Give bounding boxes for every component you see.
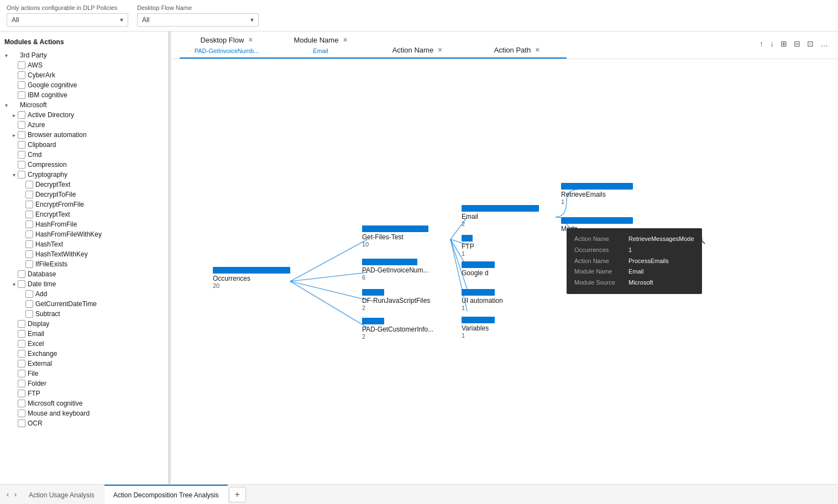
checkbox-getcurrentdatetime[interactable] [25,300,33,308]
sidebar-item-file[interactable]: File [0,369,168,379]
sidebar-item-cyberark[interactable]: CyberArk [0,70,168,80]
checkbox-datetime[interactable] [18,280,25,288]
checkbox-decrypttofile[interactable] [25,191,33,198]
sidebar-item-subtract[interactable]: Subtract [0,309,168,319]
sidebar-item-googlecog[interactable]: Google cognitive [0,80,168,90]
sidebar-item-cmd[interactable]: Cmd [0,150,168,160]
sidebar-item-encryptfromfile[interactable]: EncryptFromFile [0,200,168,209]
sidebar-item-ocr[interactable]: OCR [0,418,168,428]
sidebar-item-hashtextwithkey[interactable]: HashTextWithKey [0,249,168,259]
checkbox-compression[interactable] [18,161,25,169]
sidebar-item-exchange[interactable]: Exchange [0,349,168,359]
sidebar-item-email[interactable]: Email [0,329,168,339]
sidebar-item-folder[interactable]: Folder [0,379,168,389]
sidebar-item-mousekb[interactable]: Mouse and keyboard [0,408,168,418]
sidebar-item-iffileexists[interactable]: IfFileExists [0,259,168,269]
checkbox-decrypttext[interactable] [25,181,33,188]
checkbox-email[interactable] [18,330,25,338]
sidebar-item-azure[interactable]: Azure [0,120,168,130]
filter-icon[interactable]: ⊟ [793,38,802,49]
sidebar-item-encrypttext[interactable]: EncryptText [0,209,168,219]
checkbox-browserauto[interactable] [18,131,25,139]
checkbox-crypto[interactable] [18,171,25,179]
sort-asc-icon[interactable]: ↑ [758,38,764,49]
checkbox-iffileexists[interactable] [25,260,33,268]
sidebar-item-ftp[interactable]: FTP [0,389,168,398]
col-close-btn-0[interactable]: × [248,35,253,44]
sidebar-item-crypto[interactable]: ▾Cryptography [0,170,168,180]
checkbox-display[interactable] [18,320,25,328]
expand-icon[interactable]: ⊞ [779,38,788,49]
checkbox-ocr[interactable] [18,419,25,427]
checkbox-database[interactable] [18,270,25,278]
sidebar-item-compression[interactable]: Compression [0,160,168,170]
viz-canvas[interactable]: Occurrences 20 Get-Files-Test 10 PAD-Get… [171,59,838,484]
sidebar-item-aws[interactable]: AWS [0,60,168,70]
sidebar-item-3rdparty[interactable]: ▾3rd Party [0,50,168,60]
col-close-btn-1[interactable]: × [343,35,347,44]
filter-label-flow: Desktop Flow Name [137,4,259,11]
tab-prev-arrow[interactable]: ‹ [4,491,11,498]
sidebar-item-external[interactable]: External [0,359,168,369]
col-close-btn-2[interactable]: × [438,45,442,54]
checkbox-cyberark[interactable] [18,71,25,79]
checkbox-file[interactable] [18,370,25,377]
sidebar-item-getcurrentdatetime[interactable]: GetCurrentDateTime [0,299,168,309]
sidebar-item-ibmcog[interactable]: IBM cognitive [0,90,168,100]
more-icon[interactable]: … [819,38,829,49]
tab-action-decomp[interactable]: Action Decomposition Tree Analysis [104,485,228,504]
sidebar-item-hashfromfile[interactable]: HashFromFile [0,219,168,229]
module-ui-bar [462,289,495,296]
checkbox-activedir[interactable] [18,111,25,119]
checkbox-encryptfromfile[interactable] [25,201,33,208]
sidebar-label-getcurrentdatetime: GetCurrentDateTime [35,300,97,308]
chart-toolbar: ↑ ↓ ⊞ ⊟ ⊡ … [758,38,829,49]
checkbox-ftp[interactable] [18,390,25,397]
checkbox-msftcog[interactable] [18,400,25,407]
checkbox-exchange[interactable] [18,350,25,358]
checkbox-googlecog[interactable] [18,81,25,89]
filter-bar: Only actions configurable in DLP Policie… [0,0,838,32]
sidebar-item-display[interactable]: Display [0,319,168,329]
checkbox-folder[interactable] [18,380,25,387]
sidebar-item-excel[interactable]: Excel [0,339,168,349]
add-tab-button[interactable]: + [229,487,246,502]
sort-desc-icon[interactable]: ↓ [769,38,775,49]
filter-dropdown-flow[interactable]: All ▾ [137,13,259,27]
export-icon[interactable]: ⊡ [806,38,815,49]
module-ui-count: 1 [462,305,503,311]
sidebar-item-hashfromfilekey[interactable]: HashFromFileWithKey [0,229,168,239]
checkbox-aws[interactable] [18,61,25,69]
sidebar-item-activedir[interactable]: ▸Active Directory [0,110,168,120]
checkbox-external[interactable] [18,360,25,368]
tab-action-usage[interactable]: Action Usage Analysis [20,485,103,504]
col-close-btn-3[interactable]: × [535,45,540,54]
sidebar-item-decrypttext[interactable]: DecryptText [0,180,168,190]
checkbox-hashtext[interactable] [25,240,33,248]
sidebar-item-msftcog[interactable]: Microsoft cognitive [0,398,168,408]
checkbox-encrypttext[interactable] [25,211,33,218]
checkbox-hashfromfile[interactable] [25,221,33,228]
sidebar-item-hashtext[interactable]: HashText [0,239,168,249]
col-label-1: Module Name [294,36,338,44]
sidebar-item-add[interactable]: Add [0,289,168,299]
checkbox-clipboard[interactable] [18,141,25,149]
checkbox-azure[interactable] [18,121,25,129]
sidebar-item-decrypttofile[interactable]: DecryptToFile [0,190,168,200]
sidebar-item-browserauto[interactable]: ▸Browser automation [0,130,168,140]
tab-next-arrow[interactable]: › [12,491,19,498]
checkbox-add[interactable] [25,290,33,298]
checkbox-ibmcog[interactable] [18,91,25,99]
checkbox-excel[interactable] [18,340,25,348]
col-sub-1: Email [313,46,328,54]
filter-dropdown-dlp[interactable]: All ▾ [7,13,128,27]
sidebar-item-datetime[interactable]: ▾Date time [0,279,168,289]
sidebar-item-database[interactable]: Database [0,269,168,279]
checkbox-mousekb[interactable] [18,410,25,417]
sidebar-item-microsoft[interactable]: ▾Microsoft [0,100,168,110]
checkbox-subtract[interactable] [25,310,33,318]
checkbox-cmd[interactable] [18,151,25,159]
sidebar-item-clipboard[interactable]: Clipboard [0,140,168,150]
checkbox-hashfromfilekey[interactable] [25,230,33,238]
checkbox-hashtextwithkey[interactable] [25,250,33,258]
